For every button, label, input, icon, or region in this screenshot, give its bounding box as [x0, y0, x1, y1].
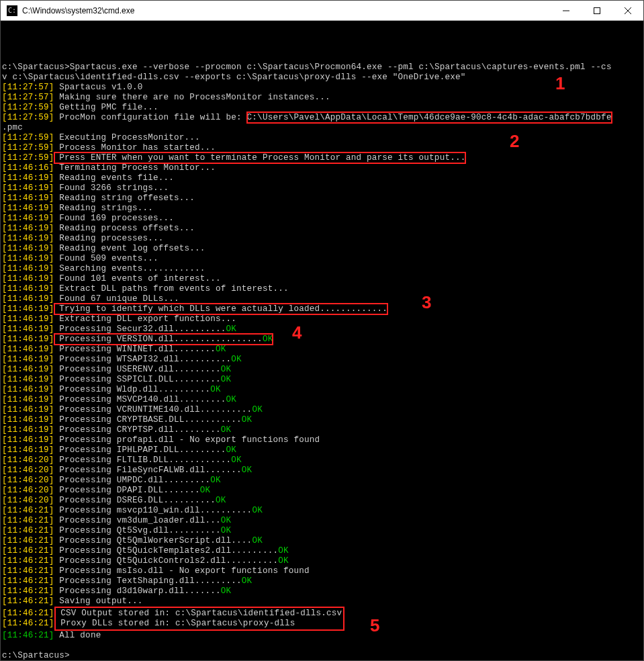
timestamp: [11:27:59]	[2, 153, 54, 163]
log-text: Processing Qt5Svg.dll..........	[54, 526, 221, 535]
timestamp: [11:46:19]	[2, 324, 54, 334]
timestamp: [11:46:16]	[2, 163, 54, 173]
terminal-line: [11:46:19] Searching events............	[2, 264, 642, 274]
close-button[interactable]	[612, 1, 643, 21]
log-text: Searching events............	[54, 264, 205, 273]
terminal-line: [11:46:20] Processing DSREG.DLL.........…	[2, 496, 642, 506]
annotation-label: 5	[370, 621, 380, 631]
log-text: Processing DPAPI.DLL.......	[54, 486, 200, 495]
terminal-line: [11:46:19] Found 67 unique DLLs...	[2, 294, 642, 304]
timestamp: [11:46:19]	[2, 335, 54, 344]
log-text: Processing USERENV.dll.........	[54, 365, 221, 374]
timestamp: [11:46:20]	[2, 476, 54, 485]
log-text: Processing SSPICLI.DLL.........	[54, 375, 221, 384]
timestamp: [11:46:21]	[2, 586, 54, 596]
timestamp: [11:46:21]	[2, 609, 54, 618]
timestamp: [11:46:21]	[2, 526, 54, 535]
timestamp: [11:46:19]	[2, 435, 54, 445]
log-text: Processing d3d10warp.dll.......	[54, 586, 221, 596]
timestamp: [11:46:19]	[2, 254, 54, 263]
log-text: Processing CRYPTSP.dll.........	[54, 425, 221, 435]
log-text: Processing profapi.dll - No export funct…	[54, 435, 320, 445]
annotation-label: 2	[510, 136, 520, 146]
terminal-line: [11:46:19] Processing VCRUNTIME140.dll..…	[2, 405, 642, 415]
log-text: Found 3266 strings...	[54, 183, 169, 193]
timestamp: [11:46:19]	[2, 244, 54, 253]
timestamp: [11:46:19]	[2, 314, 54, 324]
terminal-line: [11:27:59] Process Monitor has started..…	[2, 143, 642, 153]
terminal-line: [11:46:21] Processing d3d10warp.dll.....…	[2, 586, 642, 597]
terminal-line: [11:46:19] Found 3266 strings...	[2, 183, 642, 193]
log-text: Reading event log offsets...	[54, 244, 205, 253]
log-text: Spartacus v1.0.0	[54, 83, 143, 92]
log-text: Processing vm3dum_loader.dll...	[54, 516, 221, 525]
log-text: Processing VCRUNTIME140.dll..........	[54, 405, 252, 414]
terminal-line: [11:46:19] Processing Wldp.dll..........…	[2, 385, 642, 395]
timestamp: [11:46:19]	[2, 234, 54, 243]
terminal-line: [11:46:19] Processing Secur32.dll.......…	[2, 324, 642, 335]
log-text: All done	[54, 631, 101, 640]
terminal-line: [11:46:19] Reading event log offsets...	[2, 244, 642, 254]
terminal-line: [11:46:19] Processing SSPICLI.DLL.......…	[2, 375, 642, 385]
terminal-line: c:\Spartacus>	[2, 651, 642, 660]
terminal-line: [11:46:19] Reading string offesets...	[2, 193, 642, 204]
cmd-window: C: C:\Windows\system32\cmd.exe c:\Sparta…	[0, 0, 644, 661]
log-text: Processing MSVCP140.dll.........	[54, 395, 226, 404]
terminal-line: .pmc	[2, 123, 642, 133]
terminal-line: c:\Spartacus>Spartacus.exe --verbose --p…	[2, 62, 642, 73]
terminal-line: [11:27:59] Press ENTER when you want to …	[2, 153, 642, 163]
terminal-line: [11:27:59] Executing ProcessMonitor...	[2, 133, 642, 143]
minimize-button[interactable]	[551, 1, 582, 21]
log-text: Processing WININET.dll........	[54, 345, 216, 354]
timestamp: [11:46:19]	[2, 375, 54, 384]
terminal-line: [11:46:19] Processing profapi.dll - No e…	[2, 435, 642, 445]
terminal-line: [11:27:57] Making sure there are no Proc…	[2, 93, 642, 103]
terminal-area[interactable]: c:\Spartacus>Spartacus.exe --verbose --p…	[1, 21, 643, 660]
command-text: v c:\Spartacus\identified-dlls.csv --exp…	[2, 73, 465, 82]
highlighted-region: C:\Users\Pavel\AppData\Local\Temp\46dce9…	[247, 112, 612, 123]
timestamp: [11:27:59]	[2, 133, 54, 142]
terminal-line: [11:46:21] Saving output...	[2, 597, 642, 607]
terminal-line: [11:46:20] Processing UMPDC.dll.........…	[2, 476, 642, 486]
terminal-line: [11:46:20] Processing FLTLIB.DLL........…	[2, 455, 642, 466]
log-text: Process Monitor has started...	[54, 143, 216, 152]
prompt: c:\Spartacus>	[2, 62, 70, 72]
log-text: Extract DLL paths from events of interes…	[54, 284, 289, 294]
terminal-line: [11:46:21] Processing msIso.dll - No exp…	[2, 566, 642, 576]
svg-rect-2	[594, 7, 600, 13]
timestamp: [11:27:59]	[2, 143, 54, 152]
log-text: Reading string offesets...	[54, 193, 195, 203]
terminal-line: [11:46:19] Trying to identify which DLLs…	[2, 304, 642, 314]
terminal-line: [11:46:19] Processing MSVCP140.dll......…	[2, 395, 642, 405]
titlebar[interactable]: C: C:\Windows\system32\cmd.exe	[1, 1, 643, 21]
highlighted-region: Processing VERSION.dll.................O…	[54, 334, 273, 345]
log-text: Getting PMC file...	[54, 103, 158, 112]
timestamp: [11:46:19]	[2, 415, 54, 425]
terminal-line: [11:46:19] Found 101 events of interest.…	[2, 274, 642, 284]
terminal-line: [11:46:19] Processing VERSION.dll.......…	[2, 335, 642, 345]
timestamp: [11:46:19]	[2, 385, 54, 394]
maximize-button[interactable]	[582, 1, 612, 21]
svg-text:C:: C:	[8, 7, 16, 14]
log-text: Saving output...	[54, 597, 143, 606]
terminal-line: [11:46:21] Processing TextShaping.dll...…	[2, 576, 642, 586]
log-text: Processing msvcp110_win.dll..........	[54, 506, 252, 515]
log-text: Processing FLTLIB.DLL............	[54, 455, 232, 465]
log-text: Processing Qt5QuickTemplates2.dll.......…	[54, 546, 279, 556]
log-text: Processing Wldp.dll..........	[54, 385, 211, 394]
highlighted-region: Proxy DLLs stored in: c:\Spartacus\proxy…	[54, 619, 344, 631]
log-text: Processing CRYPTBASE.DLL...........	[54, 415, 242, 425]
log-text: Processing UMPDC.dll.........	[54, 476, 211, 485]
terminal-line: [11:27:59] Getting PMC file...	[2, 103, 642, 113]
log-text: Reading strings...	[54, 204, 153, 213]
terminal-line: [11:46:21] Processing msvcp110_win.dll..…	[2, 506, 642, 516]
terminal-line: [11:46:21] Processing vm3dum_loader.dll.…	[2, 516, 642, 526]
terminal-line: v c:\Spartacus\identified-dlls.csv --exp…	[2, 73, 642, 83]
timestamp: [11:27:59]	[2, 113, 54, 122]
timestamp: [11:46:19]	[2, 405, 54, 414]
timestamp: [11:46:19]	[2, 204, 54, 213]
terminal-line: [11:46:20] Processing FileSyncFALWB.dll.…	[2, 466, 642, 476]
timestamp: [11:46:19]	[2, 294, 54, 304]
terminal-line: [11:46:21] Processing Qt5Svg.dll........…	[2, 526, 642, 536]
timestamp: [11:46:20]	[2, 486, 54, 495]
